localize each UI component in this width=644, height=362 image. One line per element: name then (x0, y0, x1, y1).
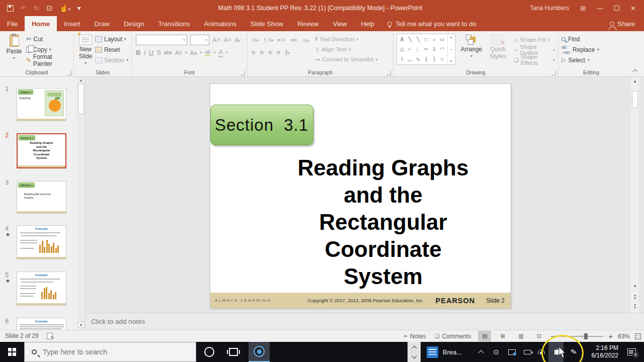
text-shadow-button[interactable]: S (156, 49, 161, 56)
paragraph-dialog-launcher[interactable] (386, 71, 391, 75)
zoom-out-icon[interactable]: − (550, 332, 555, 340)
fit-to-window-icon[interactable] (635, 333, 641, 339)
task-view-button[interactable] (224, 342, 243, 362)
convert-smartart-button[interactable]: ⊶Convert to SmartArt▾ (314, 54, 379, 64)
notes-toggle[interactable]: ≐Notes (401, 330, 428, 342)
arrange-button[interactable]: Arrange ▾ (460, 34, 482, 58)
restore-button[interactable] (614, 6, 619, 11)
hidden-icons-button[interactable] (474, 342, 488, 362)
wifi-icon[interactable] (534, 342, 548, 362)
bullets-icon[interactable]: ⁝≡▾ (252, 37, 259, 43)
quick-styles-button[interactable]: Quick Styles (488, 34, 508, 60)
scroll-up-icon[interactable]: ▲ (77, 78, 85, 82)
character-spacing-button[interactable]: AV (175, 50, 182, 56)
increase-indent-icon[interactable]: ⇥≡ (289, 37, 297, 43)
clipboard-dialog-launcher[interactable] (67, 71, 71, 75)
thumbnail-slide-5[interactable]: Example (17, 272, 66, 306)
recorder-app-button[interactable] (249, 342, 270, 362)
customize-qat-icon[interactable]: ▾ (77, 4, 81, 12)
battery-icon[interactable] (520, 342, 534, 362)
taskbar-search[interactable] (24, 342, 196, 362)
shape-outline-button[interactable]: ▱Shape Outline▾ (513, 45, 556, 55)
new-slide-button[interactable]: New Slide ▾ (77, 34, 94, 65)
cortana-button[interactable] (200, 342, 218, 362)
editor-scrollbar[interactable]: ▲ ▼ ▲▲ ▼▼ (631, 77, 639, 313)
tray-screen-icon[interactable] (504, 342, 519, 362)
thumbnail-slide-1[interactable]: Chapter 3 Graphing (17, 88, 66, 121)
tab-review[interactable]: Review (290, 16, 326, 31)
section-label-shape[interactable]: Section 3.1 (210, 105, 313, 145)
notes-page-icon[interactable] (47, 333, 53, 339)
action-center-button[interactable]: 4 (622, 342, 641, 362)
highlight-color-button[interactable]: ab (205, 49, 210, 56)
taskbar-clock[interactable]: 2:16 PM 6/16/2022 (582, 342, 618, 362)
slide-sorter-view-button[interactable]: ⊞ (496, 331, 509, 341)
line-spacing-icon[interactable]: ↕≡▾ (301, 37, 309, 43)
replace-button[interactable]: ab⇢acReplace▾ (561, 44, 622, 55)
collapse-ribbon-icon[interactable] (633, 69, 638, 74)
align-right-icon[interactable]: ≡ (268, 49, 272, 56)
align-center-icon[interactable]: ≡ (260, 49, 264, 56)
decrease-font-size-icon[interactable]: A˅ (223, 36, 231, 44)
tab-file[interactable]: File (0, 16, 25, 31)
comments-toggle[interactable]: ❑Comments (433, 330, 473, 342)
share-button[interactable]: Share (601, 16, 644, 31)
tab-insert[interactable]: Insert (57, 16, 88, 31)
scroll-down-icon[interactable]: ▼ (631, 284, 639, 289)
paste-dropdown-icon[interactable]: ▾ (13, 56, 15, 60)
close-button[interactable]: ✕ (630, 5, 636, 12)
scrollbar-thumb[interactable] (78, 84, 84, 114)
font-dialog-launcher[interactable] (240, 71, 245, 75)
normal-view-button[interactable]: ▤ (478, 331, 491, 341)
section-button[interactable]: Section▾ (94, 55, 129, 65)
align-text-button[interactable]: ⇳Align Text▾ (314, 44, 379, 54)
font-color-button[interactable]: A (218, 48, 223, 57)
font-name-combo[interactable]: ▾ (136, 35, 187, 45)
tab-animations[interactable]: Animations (197, 16, 244, 31)
taskbar-toolbar-scroll[interactable] (408, 342, 421, 362)
tab-help[interactable]: Help (354, 16, 381, 31)
columns-icon[interactable]: ∥▾ (285, 49, 290, 56)
redo-icon[interactable]: ↻ (34, 4, 40, 12)
tray-record-icon[interactable]: ⊙ (489, 342, 503, 362)
signed-in-user[interactable]: Tana Humbers (530, 5, 569, 12)
save-icon[interactable] (7, 5, 14, 12)
reading-view-button[interactable]: ▥ (514, 331, 527, 341)
reset-button[interactable]: Reset (94, 44, 129, 55)
layout-button[interactable]: Layout▾ (94, 34, 129, 44)
strikethrough-button[interactable]: abc (164, 50, 172, 55)
next-slide-button[interactable]: ▼▼ (631, 304, 639, 309)
scroll-down-icon[interactable] (412, 353, 417, 358)
zoom-in-icon[interactable]: + (608, 332, 613, 340)
touch-mode-icon[interactable]: ☝▾ (59, 4, 70, 12)
undo-icon[interactable]: ↶ (21, 4, 27, 12)
format-painter-button[interactable]: ✎Format Painter (25, 55, 71, 65)
shape-effects-button[interactable]: ❑Shape Effects▾ (513, 55, 556, 65)
scroll-up-icon[interactable]: ▲ (631, 79, 639, 83)
cut-button[interactable]: ✂Cut (25, 34, 71, 44)
zoom-level[interactable]: 63% (618, 333, 630, 340)
pen-icon[interactable]: ✎ (567, 342, 581, 362)
search-input[interactable] (43, 348, 164, 356)
tab-home[interactable]: Home (25, 16, 57, 31)
slideshow-view-button[interactable]: ⊡ (532, 331, 545, 341)
bold-button[interactable]: B (136, 49, 140, 56)
thumbnail-slide-2-selected[interactable]: Section 3.1 Reading Graphs and the Recta… (17, 133, 66, 168)
start-button[interactable] (0, 342, 24, 362)
text-direction-button[interactable]: ⫴Text Direction▾ (314, 34, 379, 44)
shapes-gallery[interactable]: A╲╲□○▭ △⌐ㄥ⇨⇩◠ ⌇◡∿{}☆ ▴▪▾ (396, 34, 455, 65)
align-left-icon[interactable]: ≡ (252, 49, 256, 56)
select-button[interactable]: ▷Select▾ (561, 55, 622, 65)
notes-pane[interactable]: Click to add notes (86, 313, 644, 330)
change-case-button[interactable]: Aa (190, 50, 197, 56)
tell-me-box[interactable]: Tell me what you want to do (381, 16, 482, 31)
thumbnail-scroll-down-button[interactable]: ▼ (77, 322, 85, 328)
start-slideshow-icon[interactable]: ⊡ (46, 4, 52, 12)
thumbnail-slide-3[interactable]: Objective 1 Reading Bar and LineGraphs. (17, 181, 66, 214)
tab-transitions[interactable]: Transitions (151, 16, 197, 31)
decrease-indent-icon[interactable]: ⇤≡ (277, 37, 285, 43)
clear-formatting-icon[interactable]: A̷ (235, 36, 239, 44)
tab-design[interactable]: Design (117, 16, 151, 31)
tab-draw[interactable]: Draw (88, 16, 117, 31)
zoom-slider-thumb[interactable] (584, 333, 588, 339)
